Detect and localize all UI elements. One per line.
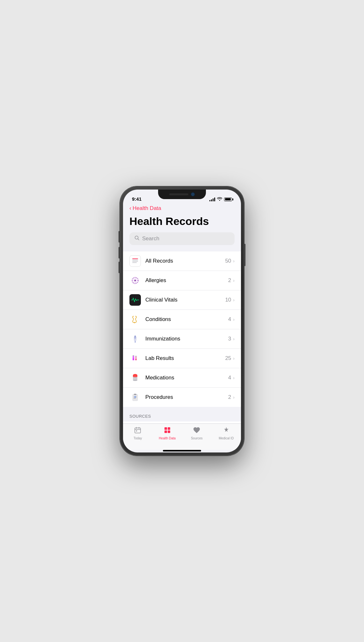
status-icons bbox=[209, 197, 232, 202]
lab-icon bbox=[129, 353, 141, 364]
search-placeholder: Search bbox=[142, 235, 159, 242]
item-count: 4 bbox=[228, 316, 231, 323]
all-records-icon bbox=[129, 255, 141, 267]
sources-header-label: SOURCES bbox=[129, 414, 151, 419]
tab-today-label: Today bbox=[134, 437, 142, 440]
vitals-icon bbox=[129, 294, 141, 306]
wifi-icon bbox=[217, 197, 222, 202]
conditions-icon bbox=[129, 314, 141, 325]
tab-health-data[interactable]: Health Data bbox=[153, 426, 182, 440]
medications-icon bbox=[129, 372, 141, 384]
procedures-icon bbox=[129, 392, 141, 403]
svg-rect-32 bbox=[133, 375, 137, 377]
back-label: Health Data bbox=[133, 205, 161, 212]
svg-rect-44 bbox=[164, 427, 167, 430]
sources-section-header: SOURCES bbox=[123, 407, 241, 422]
tab-medical-id-label: Medical ID bbox=[219, 437, 234, 440]
status-time: 9:41 bbox=[132, 196, 142, 202]
battery-icon bbox=[224, 198, 232, 201]
page-title: Health Records bbox=[123, 214, 241, 232]
main-content: ‹ Health Data Health Records Search bbox=[123, 204, 241, 423]
item-label: Conditions bbox=[145, 316, 228, 323]
home-indicator bbox=[123, 450, 241, 452]
tab-today[interactable]: Today bbox=[123, 426, 153, 440]
item-label: Procedures bbox=[145, 394, 228, 400]
sources-icon bbox=[193, 426, 200, 435]
tab-bar: Today Health Data bbox=[123, 423, 241, 450]
svg-rect-21 bbox=[134, 338, 136, 339]
item-label: Immunizations bbox=[145, 336, 228, 342]
home-bar bbox=[163, 450, 201, 452]
svg-rect-47 bbox=[168, 430, 170, 433]
svg-rect-24 bbox=[133, 355, 134, 356]
chevron-icon: › bbox=[233, 336, 235, 341]
signal-icon bbox=[209, 198, 215, 201]
svg-point-11 bbox=[133, 278, 134, 279]
item-label: Medications bbox=[145, 375, 228, 381]
immunizations-icon bbox=[129, 333, 141, 345]
item-count: 2 bbox=[228, 277, 231, 284]
tab-health-data-label: Health Data bbox=[159, 437, 176, 440]
back-button[interactable]: ‹ Health Data bbox=[123, 204, 241, 214]
list-item[interactable]: Immunizations 3 › bbox=[123, 329, 241, 349]
chevron-icon: › bbox=[233, 356, 235, 361]
notch bbox=[158, 190, 206, 199]
svg-rect-19 bbox=[135, 341, 135, 343]
chevron-icon: › bbox=[233, 317, 235, 322]
svg-rect-3 bbox=[132, 261, 138, 262]
svg-rect-18 bbox=[135, 336, 136, 337]
item-label: Allergies bbox=[145, 277, 228, 284]
svg-rect-23 bbox=[133, 358, 134, 360]
svg-point-30 bbox=[133, 380, 137, 381]
list-item[interactable]: Procedures 2 › bbox=[123, 388, 241, 407]
health-data-icon bbox=[164, 426, 171, 435]
svg-rect-1 bbox=[132, 258, 138, 259]
item-label: All Records bbox=[145, 258, 225, 264]
list-item[interactable]: Conditions 4 › bbox=[123, 310, 241, 329]
svg-rect-4 bbox=[132, 262, 137, 263]
item-label: Clinical Vitals bbox=[145, 297, 225, 303]
svg-rect-27 bbox=[135, 356, 137, 357]
camera bbox=[191, 192, 195, 196]
svg-rect-39 bbox=[135, 428, 141, 433]
list-item[interactable]: Medications 4 › bbox=[123, 368, 241, 388]
medical-id-icon bbox=[222, 426, 230, 435]
search-bar[interactable]: Search bbox=[129, 232, 235, 245]
search-icon bbox=[135, 235, 140, 242]
svg-point-13 bbox=[133, 282, 134, 283]
list-item[interactable]: Lab Results 25 › bbox=[123, 349, 241, 368]
chevron-icon: › bbox=[233, 395, 235, 400]
list-item[interactable]: All Records 50 › bbox=[123, 251, 241, 271]
item-count: 25 bbox=[225, 355, 231, 362]
chevron-icon: › bbox=[233, 278, 235, 283]
svg-rect-46 bbox=[164, 430, 167, 433]
svg-point-6 bbox=[134, 280, 136, 281]
records-list: All Records 50 › bbox=[123, 251, 241, 407]
today-icon bbox=[134, 426, 142, 435]
phone-screen: 9:41 bbox=[123, 190, 241, 452]
list-item[interactable]: Clinical Vitals 10 › bbox=[123, 290, 241, 310]
svg-rect-2 bbox=[132, 260, 138, 260]
svg-point-12 bbox=[136, 278, 137, 279]
svg-point-16 bbox=[134, 322, 135, 323]
tab-sources[interactable]: Sources bbox=[182, 426, 212, 440]
speaker bbox=[169, 193, 188, 195]
chevron-icon: › bbox=[233, 375, 235, 380]
phone-frame: 9:41 bbox=[120, 186, 244, 456]
svg-rect-34 bbox=[134, 394, 136, 395]
chevron-icon: › bbox=[233, 297, 235, 302]
item-count: 3 bbox=[228, 336, 231, 342]
chevron-icon: › bbox=[233, 258, 235, 264]
tab-medical-id[interactable]: Medical ID bbox=[212, 426, 241, 440]
item-count: 50 bbox=[225, 258, 231, 264]
list-item[interactable]: Allergies 2 › bbox=[123, 271, 241, 290]
item-count: 2 bbox=[228, 394, 231, 400]
svg-point-7 bbox=[135, 277, 136, 279]
item-label: Lab Results bbox=[145, 355, 225, 362]
allergies-icon bbox=[129, 275, 141, 286]
tab-sources-label: Sources bbox=[191, 437, 203, 440]
svg-point-14 bbox=[136, 282, 137, 283]
svg-point-10 bbox=[137, 280, 138, 281]
svg-rect-20 bbox=[134, 337, 136, 338]
svg-rect-26 bbox=[135, 359, 137, 360]
